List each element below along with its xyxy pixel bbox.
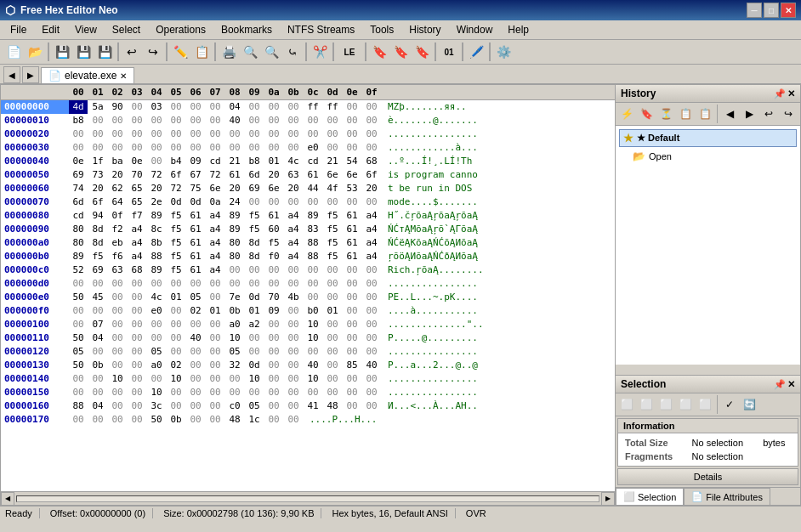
menu-item-history[interactable]: History bbox=[402, 22, 447, 37]
hex-byte[interactable]: 00 bbox=[88, 114, 107, 127]
hex-byte[interactable]: eb bbox=[108, 236, 127, 250]
hex-byte[interactable]: 88 bbox=[147, 250, 166, 263]
hex-byte[interactable]: 00 bbox=[245, 277, 264, 291]
hex-byte[interactable]: 00 bbox=[88, 141, 107, 155]
hex-byte[interactable]: 00 bbox=[108, 277, 127, 291]
hex-byte[interactable]: 48 bbox=[225, 413, 244, 427]
hex-byte[interactable]: 00 bbox=[69, 386, 88, 399]
sel-btn1[interactable]: ⬜ bbox=[617, 395, 636, 414]
hex-byte[interactable]: 00 bbox=[362, 399, 381, 413]
hex-byte[interactable]: 00 bbox=[343, 318, 361, 331]
table-row[interactable]: 0000012005000000050000000500000000000000… bbox=[1, 345, 615, 359]
tool1-button[interactable]: 🖊️ bbox=[466, 42, 486, 62]
hex-byte[interactable]: 00 bbox=[264, 277, 283, 291]
hex-byte[interactable]: 60 bbox=[264, 223, 283, 236]
hex-byte[interactable]: a4 bbox=[206, 250, 224, 263]
hex-byte[interactable]: 8c bbox=[147, 223, 166, 236]
hex-byte[interactable]: 00 bbox=[186, 359, 205, 372]
hex-byte[interactable]: 00 bbox=[264, 318, 283, 331]
hex-byte[interactable]: 00 bbox=[108, 291, 127, 304]
sel-btn4[interactable]: ⬜ bbox=[676, 395, 695, 414]
scroll-left-button[interactable]: ◀ bbox=[1, 492, 14, 506]
hex-byte[interactable]: 70 bbox=[264, 291, 283, 304]
hex-byte[interactable]: 00 bbox=[147, 127, 166, 141]
hex-byte[interactable]: 00 bbox=[88, 304, 107, 318]
hex-byte[interactable]: 61 bbox=[264, 209, 283, 223]
hex-byte[interactable]: 8d bbox=[245, 236, 264, 250]
hex-byte[interactable]: e0 bbox=[147, 304, 166, 318]
hex-byte[interactable]: 00 bbox=[128, 372, 146, 386]
history-next-button[interactable]: ▶ bbox=[740, 105, 758, 123]
hex-byte[interactable]: cd bbox=[69, 209, 88, 223]
hex-byte[interactable]: 00 bbox=[362, 263, 381, 277]
hex-byte[interactable]: 00 bbox=[304, 127, 322, 141]
details-button[interactable]: Details bbox=[617, 468, 798, 485]
hex-byte[interactable]: 0b bbox=[88, 359, 107, 372]
hex-byte[interactable]: 00 bbox=[362, 331, 381, 345]
sel-btn5[interactable]: ⬜ bbox=[696, 395, 714, 414]
table-row[interactable]: 000000a0808deba48bf561a4808df5a488f561a4… bbox=[1, 236, 615, 250]
hex-byte[interactable]: a4 bbox=[128, 250, 146, 263]
hex-byte[interactable]: 00 bbox=[69, 141, 88, 155]
hex-byte[interactable]: 54 bbox=[343, 155, 361, 168]
hex-byte[interactable]: 00 bbox=[245, 195, 264, 209]
hex-byte[interactable]: 00 bbox=[323, 291, 342, 304]
hex-byte[interactable]: 61 bbox=[343, 250, 361, 263]
hex-byte[interactable]: 00 bbox=[304, 277, 322, 291]
hex-byte[interactable]: 00 bbox=[128, 413, 146, 427]
hex-byte[interactable]: 00 bbox=[108, 304, 127, 318]
hex-byte[interactable]: c0 bbox=[225, 399, 244, 413]
hex-byte[interactable]: 00 bbox=[69, 372, 88, 386]
hex-byte[interactable]: 00 bbox=[108, 359, 127, 372]
hex-byte[interactable]: 40 bbox=[304, 359, 322, 372]
hex-byte[interactable]: 00 bbox=[108, 331, 127, 345]
hex-byte[interactable]: 4d bbox=[69, 100, 88, 114]
sel-refresh-button[interactable]: 🔄 bbox=[740, 395, 758, 414]
hex-byte[interactable]: 21 bbox=[323, 155, 342, 168]
hex-byte[interactable]: 89 bbox=[69, 250, 88, 263]
hex-byte[interactable]: 00 bbox=[167, 114, 185, 127]
menu-item-bookmarks[interactable]: Bookmarks bbox=[214, 22, 279, 37]
hex-byte[interactable]: 00 bbox=[147, 331, 166, 345]
hex-byte[interactable]: 6e bbox=[323, 168, 342, 182]
hex-byte[interactable]: 61 bbox=[186, 263, 205, 277]
hex-byte[interactable]: 1f bbox=[88, 155, 107, 168]
menu-item-help[interactable]: Help bbox=[501, 22, 536, 37]
hex-byte[interactable]: 0d bbox=[245, 359, 264, 372]
hex-byte[interactable]: 00 bbox=[264, 413, 283, 427]
hex-byte[interactable]: 8d bbox=[245, 250, 264, 263]
hex-byte[interactable]: 00 bbox=[323, 114, 342, 127]
hex-byte[interactable]: 10 bbox=[304, 372, 322, 386]
hex-byte[interactable]: 67 bbox=[186, 168, 205, 182]
history-default-item[interactable]: ★ ★ Default bbox=[619, 129, 797, 147]
hex-byte[interactable]: b8 bbox=[245, 155, 264, 168]
hex-byte[interactable]: 40 bbox=[362, 359, 381, 372]
file-tab[interactable]: 📄 elevate.exe ✕ bbox=[41, 67, 134, 83]
hex-byte[interactable]: 1c bbox=[245, 413, 264, 427]
hex-byte[interactable]: 32 bbox=[225, 359, 244, 372]
hex-byte[interactable]: cd bbox=[206, 155, 224, 168]
save-button[interactable]: 💾 bbox=[52, 42, 72, 62]
hex-byte[interactable]: 00 bbox=[206, 359, 224, 372]
hex-byte[interactable]: 20 bbox=[88, 182, 107, 195]
hex-byte[interactable]: 00 bbox=[284, 127, 303, 141]
hex-byte[interactable]: 00 bbox=[108, 318, 127, 331]
hex-byte[interactable]: 75 bbox=[186, 182, 205, 195]
hex-byte[interactable]: 00 bbox=[343, 263, 361, 277]
hex-byte[interactable]: 00 bbox=[245, 127, 264, 141]
history-prev-button[interactable]: ◀ bbox=[720, 105, 739, 123]
hex-byte[interactable]: f5 bbox=[88, 250, 107, 263]
hex-byte[interactable]: 00 bbox=[88, 413, 107, 427]
sel-check-button[interactable]: ✓ bbox=[720, 395, 739, 414]
hex-byte[interactable]: 00 bbox=[69, 304, 88, 318]
hex-byte[interactable]: f0 bbox=[264, 250, 283, 263]
hex-byte[interactable]: 00 bbox=[284, 345, 303, 359]
table-row[interactable]: 000000d000000000000000000000000000000000… bbox=[1, 277, 615, 291]
save-all-button[interactable]: 💾 bbox=[94, 42, 115, 62]
hex-byte[interactable]: 04 bbox=[88, 399, 107, 413]
hex-byte[interactable]: 00 bbox=[323, 331, 342, 345]
hex-byte[interactable]: 00 bbox=[343, 127, 361, 141]
hex-byte[interactable]: 64 bbox=[108, 195, 127, 209]
hex-byte[interactable]: 00 bbox=[304, 291, 322, 304]
hex-byte[interactable]: 74 bbox=[69, 182, 88, 195]
